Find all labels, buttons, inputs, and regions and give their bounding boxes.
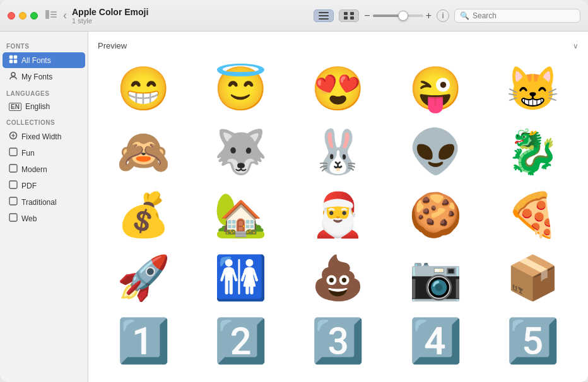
main-window: ‹ Apple Color Emoji 1 style − + i [0, 0, 588, 382]
sidebar-item-pdf[interactable]: PDF [3, 178, 85, 194]
modern-label: Modern [21, 165, 47, 174]
languages-section-label: Languages [0, 85, 88, 99]
svg-rect-12 [14, 55, 17, 59]
svg-rect-1 [50, 11, 57, 13]
sidebar-item-modern[interactable]: Modern [3, 161, 85, 177]
emoji-grid: 😁😇😍😜😸🙈🐺🐰👽🐉💰🏡🎅🍪🍕🚀🚻💩📷📦1️⃣2️⃣3️⃣4️⃣5️⃣ [98, 60, 579, 369]
minimize-button[interactable] [19, 12, 26, 20]
modern-icon [9, 164, 18, 175]
font-title: Apple Color Emoji [72, 7, 314, 17]
emoji-cell: 5️⃣ [488, 312, 579, 369]
english-label: English [25, 102, 50, 111]
main-content: Fonts All Fonts My Fonts Languages EN En… [0, 32, 588, 382]
sidebar-item-fixed-width[interactable]: Fixed Width [3, 129, 85, 144]
svg-rect-6 [319, 18, 329, 20]
emoji-cell: 🏡 [195, 186, 286, 243]
svg-rect-7 [344, 12, 348, 15]
emoji-cell: 😁 [98, 60, 189, 117]
search-box[interactable]: 🔍 [454, 9, 580, 23]
my-fonts-label: My Fonts [21, 72, 52, 81]
emoji-cell: 🚀 [98, 249, 189, 306]
svg-rect-0 [45, 10, 49, 19]
fun-label: Fun [21, 149, 35, 158]
emoji-cell: 📦 [488, 249, 579, 306]
font-subtitle: 1 style [72, 17, 314, 25]
all-fonts-icon [9, 55, 18, 66]
content-area: Preview ∨ 😁😇😍😜😸🙈🐺🐰👽🐉💰🏡🎅🍪🍕🚀🚻💩📷📦1️⃣2️⃣3️⃣4… [88, 32, 588, 382]
preview-chevron-icon[interactable]: ∨ [573, 42, 579, 50]
all-fonts-label: All Fonts [21, 56, 51, 65]
size-control: − + [364, 11, 432, 21]
sidebar-item-traditional[interactable]: Traditional [3, 194, 85, 210]
fixed-width-icon [9, 131, 18, 142]
sidebar-item-fun[interactable]: Fun [3, 145, 85, 161]
svg-rect-20 [9, 197, 17, 205]
emoji-cell: 🍕 [488, 186, 579, 243]
emoji-cell: 🍪 [390, 186, 481, 243]
maximize-button[interactable] [30, 12, 38, 20]
sidebar-item-my-fonts[interactable]: My Fonts [3, 69, 85, 84]
fixed-width-label: Fixed Width [21, 132, 61, 141]
emoji-cell: 👽 [390, 123, 481, 180]
emoji-cell: 4️⃣ [390, 312, 481, 369]
list-view-button[interactable] [314, 9, 334, 22]
svg-rect-9 [344, 16, 348, 20]
size-decrease-button[interactable]: − [364, 11, 370, 21]
english-icon: EN [9, 103, 21, 111]
my-fonts-icon [9, 71, 18, 82]
emoji-cell: 😍 [293, 60, 384, 117]
sidebar-item-english[interactable]: EN English [3, 100, 85, 113]
sidebar-item-web[interactable]: Web [3, 211, 85, 226]
web-icon [9, 213, 18, 224]
svg-rect-4 [319, 12, 329, 13]
svg-point-15 [11, 72, 15, 76]
back-button[interactable]: ‹ [63, 9, 67, 22]
emoji-cell: 1️⃣ [98, 312, 189, 369]
size-slider-thumb[interactable] [398, 11, 408, 21]
pdf-label: PDF [21, 182, 37, 190]
svg-rect-19 [9, 181, 17, 188]
svg-rect-13 [9, 60, 13, 63]
emoji-cell: 💰 [98, 186, 189, 243]
emoji-cell: 😇 [195, 60, 286, 117]
size-increase-button[interactable]: + [426, 11, 432, 21]
svg-rect-14 [14, 60, 17, 63]
emoji-cell: 3️⃣ [293, 312, 384, 369]
emoji-cell: 😸 [488, 60, 579, 117]
close-button[interactable] [8, 12, 15, 20]
fun-icon [9, 148, 18, 158]
svg-rect-8 [350, 12, 354, 15]
sidebar-item-all-fonts[interactable]: All Fonts [3, 52, 85, 68]
svg-rect-10 [350, 16, 354, 20]
search-input[interactable] [473, 11, 575, 20]
info-button[interactable]: i [437, 9, 449, 22]
emoji-cell: 🐰 [293, 123, 384, 180]
preview-label: Preview [98, 41, 127, 50]
toolbar-right: − + i 🔍 [314, 9, 580, 23]
svg-rect-3 [50, 16, 57, 18]
svg-rect-21 [9, 214, 17, 221]
collections-section-label: Collections [0, 114, 88, 128]
svg-rect-2 [50, 14, 57, 15]
svg-rect-17 [9, 148, 17, 156]
traditional-icon [9, 197, 18, 207]
svg-rect-18 [9, 165, 17, 172]
emoji-cell: 😜 [390, 60, 481, 117]
svg-rect-11 [9, 55, 13, 59]
emoji-cell: 🎅 [293, 186, 384, 243]
svg-rect-5 [319, 15, 329, 16]
titlebar: ‹ Apple Color Emoji 1 style − + i [0, 0, 588, 32]
size-slider[interactable] [373, 14, 423, 17]
emoji-cell: 🐉 [488, 123, 579, 180]
traditional-label: Traditional [21, 198, 57, 207]
font-title-area: Apple Color Emoji 1 style [72, 7, 314, 25]
grid-view-button[interactable] [339, 9, 359, 22]
emoji-cell: 🐺 [195, 123, 286, 180]
search-icon: 🔍 [460, 11, 469, 20]
pdf-icon [9, 180, 18, 191]
web-label: Web [21, 214, 37, 223]
preview-header: Preview ∨ [98, 41, 579, 50]
emoji-cell: 💩 [293, 249, 384, 306]
emoji-cell: 📷 [390, 249, 481, 306]
sidebar-toggle-icon[interactable] [45, 10, 57, 21]
